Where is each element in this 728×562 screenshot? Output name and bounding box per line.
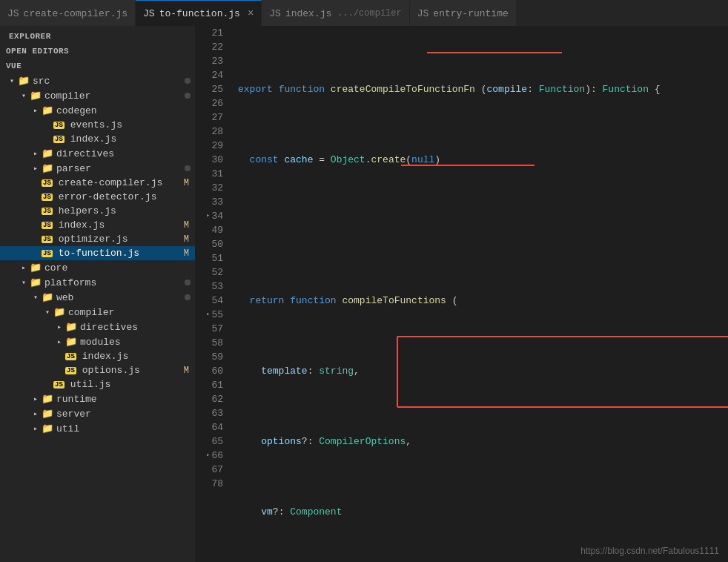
close-icon[interactable]: ×	[248, 7, 254, 19]
fold-icon[interactable]: ▸	[206, 308, 210, 322]
tree-item-events[interactable]: JS events.js	[0, 118, 195, 132]
main-area: EXPLORER OPEN EDITORS VUE ▾ 📁 src ▾ 📁 co…	[0, 26, 728, 562]
tree-item-codegen[interactable]: ▸ 📁 codegen	[0, 103, 195, 118]
dot-indicator	[185, 294, 191, 300]
dot-indicator	[185, 165, 191, 171]
ln-30: 30	[195, 153, 226, 167]
code-line-26: options ?: CompilerOptions ,	[238, 434, 728, 449]
tree-item-index-web[interactable]: JS index.js	[0, 349, 195, 363]
punct: ,	[406, 434, 411, 449]
tree-item-options-web[interactable]: JS options.js M	[0, 363, 195, 377]
tree-item-directives-web[interactable]: ▸ 📁 directives	[0, 320, 195, 334]
tree-item-compiler[interactable]: ▾ 📁 compiler	[0, 88, 195, 103]
dot-indicator	[185, 280, 191, 285]
punct: :	[527, 82, 539, 96]
tree-item-modules-web[interactable]: ▸ 📁 modules	[0, 334, 195, 349]
ln-57: 57	[195, 322, 226, 336]
item-label: compiler	[68, 307, 114, 318]
fold-icon[interactable]: ▸	[206, 209, 210, 223]
chevron-right-icon: ▸	[30, 394, 42, 403]
editor-area: 21 22 23 24 25 26 27 28 29 30 31 32 33 ▸…	[195, 26, 728, 562]
chevron-right-icon: ▸	[18, 263, 30, 272]
type: Function	[603, 82, 649, 96]
folder-icon: 📁	[42, 393, 53, 405]
item-label: core	[44, 262, 67, 274]
tree-item-to-function[interactable]: JS to-function.js M	[0, 246, 195, 260]
tree-item-directives[interactable]: ▸ 📁 directives	[0, 146, 195, 161]
item-label: codegen	[56, 105, 97, 116]
tab-label: index.js	[285, 8, 331, 19]
keyword: return	[250, 294, 285, 308]
tree-item-runtime[interactable]: ▸ 📁 runtime	[0, 391, 195, 406]
ln-51: 51	[195, 251, 226, 265]
ln-34: ▸34	[195, 209, 226, 223]
item-label: to-function.js	[59, 248, 139, 259]
space	[273, 82, 279, 96]
js-icon: JS	[65, 353, 76, 360]
js-icon: JS	[42, 250, 53, 257]
tree-item-parser[interactable]: ▸ 📁 parser	[0, 161, 195, 176]
folder-icon: 📁	[42, 162, 53, 174]
tree-item-core[interactable]: ▸ 📁 core	[0, 260, 195, 275]
tree-item-index-codegen[interactable]: JS index.js	[0, 132, 195, 146]
folder-icon: 📁	[42, 408, 53, 420]
tree-item-error-detector[interactable]: JS error-detector.js	[0, 190, 195, 204]
tab-entry-runtime[interactable]: JS entry-runtime	[410, 0, 517, 26]
tree-item-util[interactable]: ▸ 📁 util	[0, 421, 195, 436]
js-icon: JS	[42, 208, 53, 215]
tree-item-src[interactable]: ▾ 📁 src	[0, 73, 195, 88]
tree-item-server[interactable]: ▸ 📁 server	[0, 406, 195, 421]
js-icon: JS	[42, 236, 53, 243]
js-icon: JS	[42, 179, 53, 187]
tab-to-function[interactable]: JS to-function.js ×	[136, 0, 262, 26]
tree-item-helpers[interactable]: JS helpers.js	[0, 204, 195, 218]
code-line-23	[238, 223, 728, 237]
folder-icon: 📁	[65, 336, 77, 348]
punct: (	[446, 294, 458, 308]
punct: ?:	[273, 505, 290, 519]
folder-icon: 📁	[42, 423, 53, 434]
tree-item-platforms[interactable]: ▾ 📁 platforms	[0, 275, 195, 290]
fold-icon[interactable]: ▸	[206, 449, 210, 463]
chevron-right-icon: ▸	[30, 106, 42, 115]
js-icon: JS	[42, 222, 53, 229]
error-underline	[401, 165, 535, 166]
tree-item-web[interactable]: ▾ 📁 web	[0, 290, 195, 305]
ln-78: 78	[195, 477, 226, 491]
indent	[238, 505, 261, 519]
folder-icon: 📁	[42, 105, 53, 116]
ln-29: 29	[195, 139, 226, 153]
tree-item-index-compiler[interactable]: JS index.js M	[0, 218, 195, 232]
item-label: util	[56, 423, 79, 434]
folder-icon: 📁	[65, 321, 77, 333]
tab-create-compiler[interactable]: JS create-compiler.js	[0, 0, 136, 26]
folder-icon: 📁	[53, 306, 65, 318]
tree-item-create-compiler[interactable]: JS create-compiler.js M	[0, 176, 195, 190]
code-line-24: return function compileToFunctions (	[238, 294, 728, 308]
ln-58: 58	[195, 336, 226, 350]
js-icon: JS	[53, 122, 64, 129]
type: string	[319, 364, 354, 378]
tab-index-compiler[interactable]: JS index.js .../compiler	[262, 0, 409, 26]
param: options	[261, 434, 302, 449]
item-label: util.js	[70, 379, 111, 390]
ln-62: 62	[195, 392, 226, 406]
ln-23: 23	[195, 54, 226, 68]
ln-59: 59	[195, 350, 226, 364]
js-icon: JS	[269, 8, 281, 19]
item-label: compiler	[44, 90, 90, 102]
chevron-right-icon: ▸	[53, 337, 65, 346]
tree-item-optimizer[interactable]: JS optimizer.js M	[0, 232, 195, 246]
ln-31: 31	[195, 167, 226, 181]
tree-item-util-web[interactable]: JS util.js	[0, 377, 195, 391]
op: =	[313, 153, 330, 167]
js-icon: JS	[417, 8, 429, 19]
tree-item-compiler-web[interactable]: ▾ 📁 compiler	[0, 305, 195, 320]
ln-64: 64	[195, 420, 226, 434]
chevron-right-icon: ▸	[30, 424, 42, 433]
dot-indicator	[185, 93, 191, 99]
ln-54: 54	[195, 294, 226, 308]
modified-indicator: M	[184, 178, 189, 188]
item-label: optimizer.js	[59, 234, 128, 245]
js-icon: JS	[143, 8, 155, 19]
